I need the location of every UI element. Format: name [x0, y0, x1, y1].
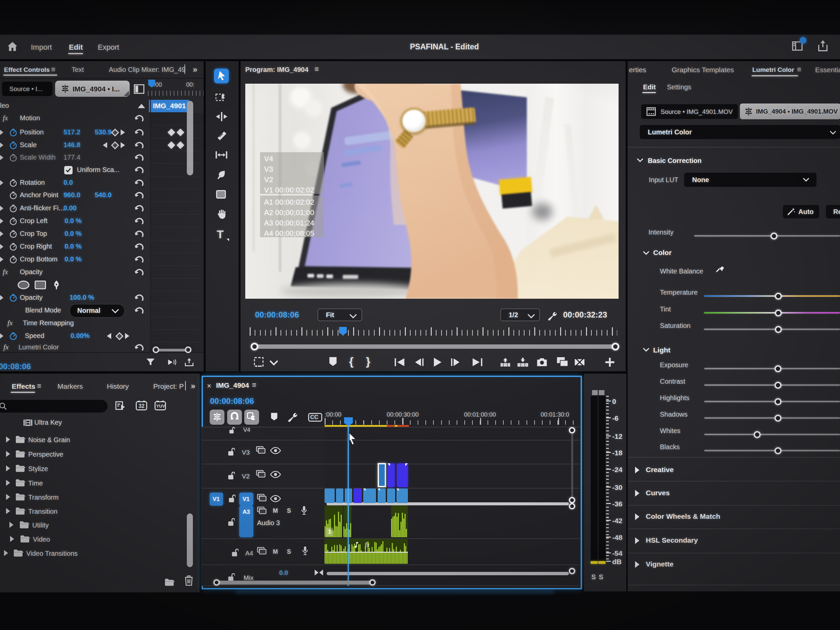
svg-text:YUV: YUV	[156, 404, 165, 409]
svg-text:32: 32	[139, 403, 145, 409]
